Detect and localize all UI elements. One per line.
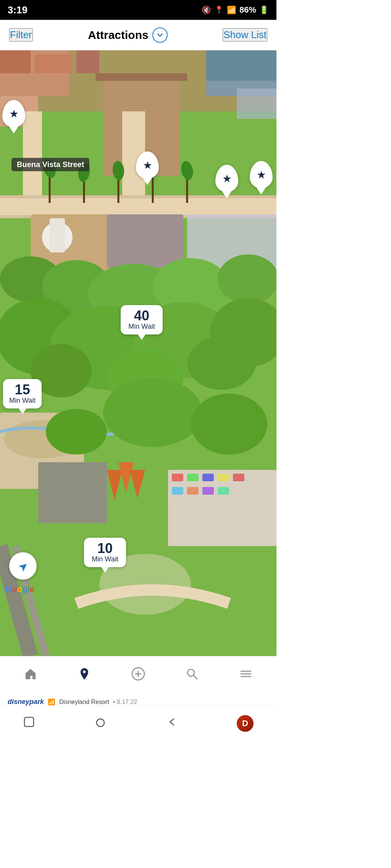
wait-number-15: 15 [15,383,30,397]
svg-point-51 [103,378,202,447]
map-pin-2[interactable]: ★ [2,100,25,127]
svg-point-26 [218,254,276,304]
pin-body-3: ★ [215,165,238,192]
svg-rect-3 [95,73,187,81]
wait-number-10: 10 [97,542,113,555]
back-system-button[interactable] [165,716,178,731]
svg-rect-41 [218,474,229,481]
svg-rect-15 [23,111,42,195]
tab-location[interactable] [58,656,111,694]
star-icon-3: ★ [222,172,232,185]
tab-search[interactable] [165,656,219,694]
svg-rect-45 [202,487,214,495]
home-system-button[interactable] [94,717,107,730]
footer-label: disneypark 📶 Disneyland Resort • 8.17.22 [0,694,276,706]
pin-body-2: ★ [2,100,25,127]
wait-time-10[interactable]: 10 Min Wait [84,538,126,567]
filter-button[interactable]: Filter [9,28,33,42]
svg-rect-39 [187,474,199,481]
svg-point-52 [191,394,267,455]
svg-rect-19 [50,218,65,252]
home-icon [24,667,37,684]
app-icon[interactable]: D [237,715,254,732]
location-icon: 📍 [214,5,224,14]
battery-icon: 🔋 [259,5,269,14]
status-bar: 3:19 🔇 📍 📶 86% 🔋 [0,0,276,20]
svg-point-33 [187,336,256,390]
svg-point-53 [46,409,107,455]
svg-rect-73 [97,719,104,727]
map-pin-3[interactable]: ★ [215,165,238,192]
tab-bar [0,656,276,694]
battery-label: 86% [239,5,256,15]
svg-line-68 [194,675,197,679]
location-tab-icon [78,667,91,684]
wait-time-40[interactable]: 40 Min Wait [121,305,163,334]
pin-body-4: ★ [250,161,273,188]
recent-apps-button[interactable] [23,716,35,731]
tab-home[interactable] [4,656,58,694]
mute-icon: 🔇 [202,5,211,14]
tab-add[interactable] [111,656,165,694]
buena-vista-street-label: Buena Vista Street [11,158,89,171]
wait-label-40: Min Wait [128,323,155,331]
map-background [0,50,276,656]
signal-bars-icon: 📶 [48,698,55,706]
svg-rect-46 [218,487,229,495]
svg-rect-11 [237,88,276,119]
svg-rect-44 [187,487,199,495]
page-title: Attractions [88,29,148,42]
status-icons: 🔇 📍 📶 86% 🔋 [202,5,269,15]
star-icon-4: ★ [257,169,266,181]
pin-body-1: ★ [136,151,159,179]
star-icon-1: ★ [143,159,152,172]
navigation-arrow-icon: ➤ [15,558,31,574]
svg-rect-72 [24,717,34,727]
svg-rect-20 [107,214,183,268]
svg-rect-42 [233,474,244,481]
chevron-down-icon [157,32,163,39]
map-area[interactable]: Buena Vista Street ★ ★ ★ ★ 40 Min Wait 1… [0,50,276,656]
svg-rect-36 [38,462,107,523]
nav-bar: Filter Attractions Show List [0,20,276,50]
star-icon-2: ★ [9,108,19,120]
svg-rect-13 [0,195,276,198]
nav-title-wrap: Attractions [88,27,167,43]
map-pin-1[interactable]: ★ [136,151,159,179]
status-time: 3:19 [8,4,27,16]
google-attribution: Google [5,584,34,594]
show-list-button[interactable]: Show List [223,28,267,42]
svg-rect-40 [202,474,214,481]
system-nav-bar: D [0,706,276,740]
add-icon [131,667,145,684]
date-label: • 8.17.22 [113,699,137,706]
svg-rect-9 [34,54,73,73]
svg-rect-8 [0,50,31,73]
hamburger-menu-icon [239,667,253,684]
wait-number-40: 40 [134,309,149,323]
svg-rect-10 [76,50,99,73]
svg-rect-38 [172,474,183,481]
wait-time-15[interactable]: 15 Min Wait [3,379,42,408]
svg-rect-4 [206,50,276,81]
category-dropdown-button[interactable] [152,27,168,43]
resort-label: Disneyland Resort [59,699,109,706]
my-location-button[interactable]: ➤ [9,552,37,580]
wait-label-15: Min Wait [9,397,36,405]
search-tab-icon [185,667,199,684]
map-pin-4[interactable]: ★ [250,161,273,188]
tab-menu[interactable] [219,656,273,694]
signal-icon: 📶 [227,5,236,14]
wait-label-10: Min Wait [92,555,118,563]
svg-rect-43 [172,487,183,495]
dl-logo-text: disneypark [8,698,44,706]
